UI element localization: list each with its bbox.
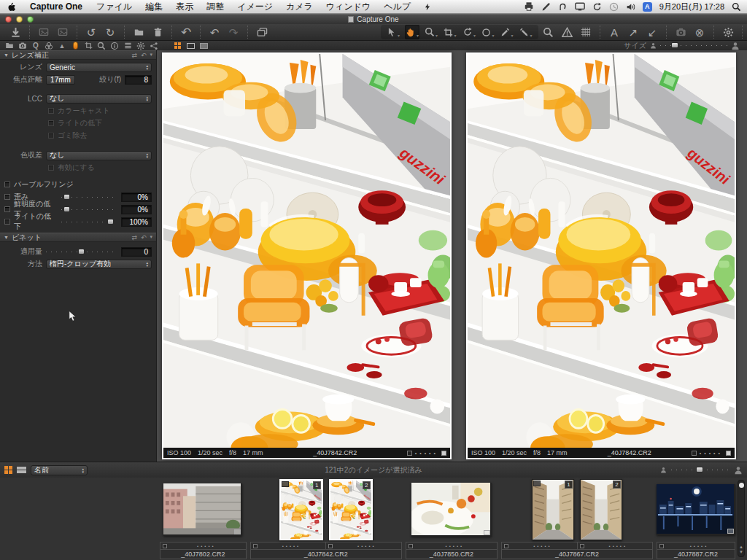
menu-edit[interactable]: 編集 [139,1,169,13]
pick-checkbox[interactable] [253,544,258,548]
tab-output[interactable] [148,42,160,50]
spotlight-icon[interactable] [732,2,741,12]
rating-dots[interactable]: ••••• [415,544,495,548]
vignette-header[interactable]: ▼ ビネット ⇄↶▾ [0,233,156,242]
thumbnail-shelf-variant-2[interactable]: 2 [329,479,373,540]
distortion-value[interactable]: 0% [121,192,152,202]
thumbnail-city[interactable] [163,483,242,536]
size-slider[interactable] [660,42,727,49]
pick-checkbox[interactable] [659,544,664,548]
enable-checkbox[interactable] [48,165,54,171]
thumb-size-slider[interactable] [671,467,729,473]
thumbnail-night[interactable] [657,484,735,535]
color-cast-checkbox[interactable] [48,108,54,114]
copy-adjustments-button[interactable] [255,25,269,39]
pick-checkbox[interactable] [407,451,412,456]
lcc-select[interactable]: なし▴▾ [46,94,152,104]
rating-dots[interactable]: ••••• [169,544,244,548]
focal-length-value[interactable]: 17mm [46,75,75,85]
list-view-icon[interactable] [17,466,26,474]
chromatic-aberration-select[interactable]: なし▴▾ [46,151,152,160]
menu-camera[interactable]: カメラ [279,1,320,13]
light-falloff-checkbox[interactable] [48,120,54,126]
menu-app-name[interactable]: Capture One [23,1,90,12]
tab-color[interactable] [43,42,55,50]
grid-overlay-button[interactable] [578,25,593,39]
thumbnail-filename[interactable]: _40J7850.CR2 [406,550,498,559]
tab-lens[interactable] [69,42,81,50]
proof-view-button[interactable] [198,42,209,50]
evernote-menu-icon[interactable] [558,2,568,12]
tab-library[interactable] [4,42,15,50]
abort-button[interactable]: ⊗ [692,25,707,39]
input-source-icon[interactable]: A [643,2,652,12]
distortion-slider[interactable] [61,193,117,201]
undo-button[interactable]: ↶ [207,25,222,39]
sharpness-falloff-checkbox[interactable] [4,206,10,212]
vignette-amount-value[interactable]: 0 [121,247,152,257]
viewer-image-2[interactable]: ISO 100 1/20 sec f/8 17 mm _40J7842.CR2 … [466,52,736,459]
pick-checkbox[interactable] [409,544,413,548]
aperture-value[interactable]: 8 [125,75,152,85]
select-tool[interactable]: ▾ [386,25,400,39]
timemachine-menu-icon[interactable] [609,2,619,12]
menu-view[interactable]: 表示 [169,1,200,13]
import-button[interactable] [8,25,23,39]
zoom-tool[interactable]: ▾ [424,25,438,39]
new-folder-button[interactable] [131,25,146,39]
thumbnail-shelf-variant-1[interactable]: 1 [279,479,323,540]
menu-window[interactable]: ウィンドウ [320,1,377,13]
thumbnail-filename[interactable]: _40J7867.CR2 [501,550,653,559]
dust-removal-checkbox[interactable] [48,133,54,139]
pick-checkbox[interactable] [163,544,167,548]
pick-color-tool[interactable]: ▾ [500,25,514,39]
rating-dots[interactable]: ••••• [260,544,323,548]
lens-correction-header[interactable]: ▼ レンズ補正 ⇄↶▾ [0,50,156,60]
window-title-bar[interactable]: Capture One [0,14,747,24]
scroll-down-icon[interactable]: ▼ [739,550,743,555]
browser-scrollbar[interactable]: ▲ ▼ [738,480,745,557]
menu-file[interactable]: ファイル [90,1,139,13]
rating-dots[interactable]: ••••• [335,544,398,548]
purple-fringe-checkbox[interactable] [4,182,10,187]
draw-tool[interactable]: ▾ [519,25,533,39]
menu-clock[interactable]: 9月20日(月) 17:28 [659,1,724,12]
annotations-button[interactable]: A [607,25,622,39]
arrow-out-button[interactable]: ↗ [626,25,640,39]
tab-exposure[interactable]: ▲ [56,42,68,50]
exposure-warning-button[interactable] [560,25,574,39]
lens-select[interactable]: Generic▴▾ [46,63,152,72]
redo-button[interactable]: ↷ [226,25,241,39]
loupe-button[interactable] [541,25,555,39]
sync-menu-icon[interactable] [592,2,602,12]
vignette-amount-slider[interactable] [46,248,117,255]
trash-button[interactable] [150,25,165,39]
printer-menu-icon[interactable] [524,1,534,12]
viewer-image-1[interactable]: ISO 100 1/20 sec f/8 17 mm _40J7842.CR2 … [162,52,452,459]
thumbnail-table[interactable] [411,483,492,537]
tab-metadata[interactable] [109,42,120,50]
collapse-triangle-icon[interactable]: ▼ [4,52,9,58]
color-tag[interactable] [441,451,446,456]
rating-dots[interactable]: ••••• [415,451,438,456]
menu-image[interactable]: イメージ [231,1,279,13]
rating-dots[interactable]: ••••• [666,544,732,548]
panel-reset-icon[interactable]: ↶ [141,52,147,59]
distortion-checkbox[interactable] [4,194,10,200]
crop-tool[interactable]: ▾ [443,25,457,39]
panel-menu-icon[interactable]: ▾ [150,52,152,59]
thumbnail-filename[interactable]: _40J7842.CR2 [250,550,402,559]
pick-checkbox[interactable] [328,544,333,548]
rating-dots[interactable]: ••••• [511,544,574,548]
panel-reset-icon[interactable]: ↶ [141,234,147,241]
tab-crop[interactable] [82,42,94,50]
panel-expand-icon[interactable]: ⇄ [131,52,137,59]
single-view-button[interactable] [185,42,196,50]
tab-settings[interactable] [135,42,147,50]
menu-adjust[interactable]: 調整 [200,1,231,13]
displays-menu-icon[interactable] [575,1,585,12]
rating-dots[interactable]: ••••• [700,451,723,456]
panel-expand-icon[interactable]: ⇄ [131,234,137,241]
apple-menu-icon[interactable] [0,1,23,12]
scroll-up-icon[interactable]: ▲ [739,545,743,550]
